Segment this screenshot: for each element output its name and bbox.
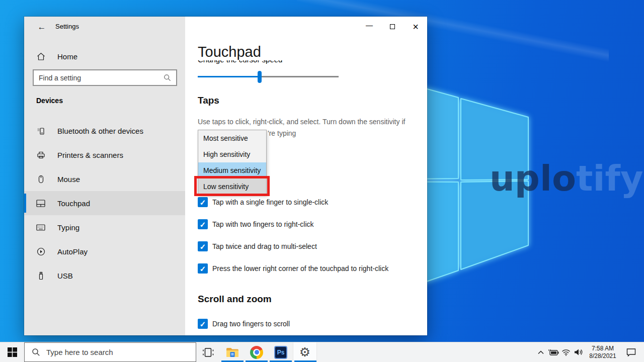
wifi-icon — [561, 349, 571, 356]
bluetooth-devices-icon — [36, 126, 45, 135]
touchpad-settings-content: Touchpad Change the cursor speed Taps Us… — [185, 17, 427, 330]
dropdown-option-high-sensitivity[interactable]: High sensitivity — [198, 146, 266, 162]
photoshop-button[interactable]: Ps — [269, 342, 293, 362]
sidebar-item-label: Bluetooth & other devices — [57, 127, 143, 135]
mouse-icon — [36, 174, 45, 184]
start-button[interactable] — [0, 342, 24, 362]
taskbar-search-placeholder: Type here to search — [46, 348, 113, 356]
back-arrow-icon: ← — [38, 22, 46, 32]
taps-heading: Taps — [198, 94, 427, 107]
dropdown-option-most-sensitive[interactable]: Most sensitive — [198, 130, 266, 146]
sidebar-item-printers[interactable]: Printers & scanners — [24, 143, 185, 167]
chrome-button[interactable] — [245, 342, 269, 362]
autoplay-icon — [36, 247, 45, 256]
checkbox-row-lower-right-corner: ✓ Press the lower right corner of the to… — [198, 262, 427, 275]
scroll-and-zoom-heading: Scroll and zoom — [198, 293, 427, 306]
taps-description-line1: Use taps to click, right-click, and sele… — [198, 117, 427, 127]
sidebar-nav: Bluetooth & other devices Printers & sca… — [24, 119, 185, 288]
search-icon — [32, 348, 40, 356]
sidebar-item-autoplay[interactable]: AutoPlay — [24, 239, 185, 263]
tray-chevron-button[interactable] — [534, 342, 547, 362]
battery-status-button[interactable] — [547, 342, 559, 362]
checkbox-label: Tap with two fingers to right-click — [212, 220, 314, 228]
watermark-light-part: tify — [576, 158, 643, 199]
cursor-speed-slider — [198, 71, 339, 83]
clock[interactable]: 7:58 AM 8/28/2021 — [585, 345, 621, 360]
settings-window: ← Settings Home Find a setting Devi — [24, 17, 427, 335]
chrome-icon — [250, 346, 263, 359]
gear-icon: ⚙ — [299, 346, 310, 358]
checkbox-label: Press the lower right corner of the touc… — [212, 264, 388, 273]
slider-fill — [198, 76, 260, 77]
file-explorer-icon — [226, 347, 239, 358]
sidebar-home-label: Home — [57, 52, 77, 61]
action-center-button[interactable] — [621, 342, 641, 362]
printer-icon — [36, 150, 45, 159]
chevron-up-icon — [538, 350, 544, 354]
network-status-button[interactable] — [559, 342, 572, 362]
sidebar-item-bluetooth[interactable]: Bluetooth & other devices — [24, 119, 185, 143]
checkbox-two-fingers[interactable]: ✓ — [198, 219, 208, 229]
checkbox-row-single-finger: ✓ Tap with a single finger to single-cli… — [198, 196, 427, 208]
sidebar-item-home[interactable]: Home — [24, 47, 185, 65]
taps-description-line2-fragment: 're typing — [268, 129, 296, 137]
battery-charging-icon — [548, 349, 559, 356]
settings-app-button[interactable]: ⚙ — [293, 342, 317, 362]
file-explorer-button[interactable] — [220, 342, 245, 362]
find-setting-placeholder: Find a setting — [39, 74, 164, 82]
task-view-icon — [203, 348, 214, 357]
checkbox-single-finger[interactable]: ✓ — [198, 197, 208, 207]
windows-start-icon — [8, 347, 17, 357]
clipped-cursor-speed-label: Change the cursor speed — [198, 60, 349, 66]
taskbar-search-input[interactable]: Type here to search — [24, 342, 196, 362]
find-setting-input[interactable]: Find a setting — [33, 69, 177, 86]
system-tray: 7:58 AM 8/28/2021 — [534, 342, 644, 362]
volume-button[interactable] — [572, 342, 585, 362]
checkbox-label: Tap twice and drag to multi-select — [212, 242, 317, 250]
check-icon: ✓ — [200, 243, 206, 250]
search-icon — [164, 74, 171, 81]
sidebar-item-label: Mouse — [57, 175, 80, 184]
sidebar-item-usb[interactable]: USB — [24, 263, 185, 288]
sidebar-item-label: Printers & scanners — [57, 151, 123, 159]
action-center-icon — [626, 348, 636, 356]
watermark-dark-part: uplo — [490, 158, 576, 199]
check-icon: ✓ — [200, 199, 206, 206]
sensitivity-dropdown-zone: 're typing Most sensitive High sensitivi… — [198, 129, 427, 196]
photoshop-icon: Ps — [274, 346, 287, 359]
slider-thumb[interactable] — [258, 71, 262, 83]
sidebar-item-label: Touchpad — [57, 199, 90, 208]
usb-icon — [36, 271, 45, 280]
uplotify-watermark: uplotify — [490, 161, 643, 196]
checkbox-lower-right-corner[interactable]: ✓ — [198, 263, 208, 274]
speaker-icon — [574, 348, 583, 356]
checkbox-tap-twice[interactable]: ✓ — [198, 241, 208, 251]
page-title: Touchpad — [198, 43, 427, 60]
sidebar-item-touchpad[interactable]: Touchpad — [24, 191, 185, 215]
sidebar-item-label: AutoPlay — [57, 247, 88, 256]
checkbox-row-two-fingers: ✓ Tap with two fingers to right-click — [198, 218, 427, 230]
checkbox-label: Tap with a single finger to single-click — [212, 198, 328, 206]
checkbox-drag-two-fingers[interactable]: ✓ — [198, 319, 208, 329]
sidebar-item-typing[interactable]: Typing — [24, 215, 185, 239]
taskbar: Type here to search — [0, 342, 644, 362]
back-button[interactable]: ← — [34, 22, 49, 33]
check-icon: ✓ — [200, 221, 206, 228]
settings-main-pane: — × Touchpad Change the cursor speed Tap… — [185, 17, 427, 335]
task-view-button[interactable] — [196, 342, 220, 362]
tray-time: 7:58 AM — [585, 345, 621, 352]
touchpad-icon — [36, 199, 45, 208]
keyboard-icon — [36, 223, 45, 232]
home-icon — [36, 52, 45, 61]
sidebar-item-mouse[interactable]: Mouse — [24, 167, 185, 191]
sidebar-section-devices: Devices — [36, 97, 63, 105]
annotation-box-low-sensitivity — [194, 176, 270, 196]
checkbox-row-tap-twice: ✓ Tap twice and drag to multi-select — [198, 240, 427, 252]
check-icon: ✓ — [200, 265, 206, 273]
checkbox-row-drag-two-fingers: ✓ Drag two fingers to scroll — [198, 318, 427, 330]
window-title: Settings — [55, 23, 79, 30]
settings-sidebar: ← Settings Home Find a setting Devi — [24, 17, 185, 335]
checkbox-label: Drag two fingers to scroll — [212, 320, 290, 328]
desktop: uplotify ← Settings Home Find a setting — [0, 0, 644, 362]
check-icon: ✓ — [200, 320, 206, 328]
